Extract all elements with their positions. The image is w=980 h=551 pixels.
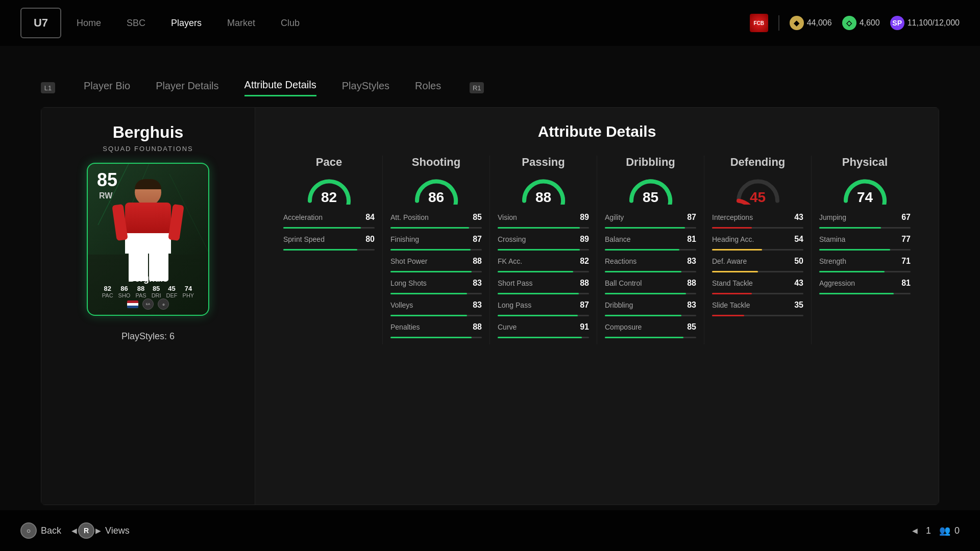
nav-link-market[interactable]: Market (227, 18, 255, 29)
gem-icon: ◇ (842, 16, 856, 30)
bottom-nav: ○ Back ◀ R ▶ Views ◀ 1 👥 0 (0, 510, 980, 551)
card-stat-phy: 74PHY (183, 285, 194, 298)
card-stat-sho: 86SHO (118, 285, 131, 298)
back-button[interactable]: ○ Back (20, 522, 61, 539)
tab-player-details[interactable]: Player Details (156, 80, 218, 96)
stat-label: Aggression (819, 279, 893, 287)
stat-label: Def. Aware (712, 257, 786, 265)
stat-bar (390, 293, 467, 294)
tab-bar: L1Player BioPlayer DetailsAttribute Deta… (41, 79, 484, 96)
stat-long-shots: Long Shots83 (390, 279, 482, 294)
tab-roles[interactable]: Roles (415, 80, 441, 96)
attr-col-passing: Passing 88Vision89Crossing89FK Acc.82Sho… (490, 156, 597, 344)
card-stat-pas: 88PAS (135, 285, 146, 298)
card-player-name: Berghuis (128, 273, 168, 284)
stat-bar (498, 271, 573, 272)
attribute-columns: Pace 82Acceleration84Sprint Speed80Shoot… (276, 156, 918, 344)
stat-shot-power: Shot Power88 (390, 257, 482, 272)
stat-value: 81 (896, 279, 911, 288)
stat-bar (390, 271, 472, 272)
stat-bar (498, 337, 582, 338)
stat-value: 87 (468, 235, 482, 244)
card-stats-row: 82PAC86SHO88PAS85DRI45DEF74PHY (102, 285, 194, 298)
gauge-wrapper-pace: 82 (304, 174, 355, 205)
tab-player-bio[interactable]: Player Bio (84, 80, 130, 96)
attr-col-defending: Defending 45Interceptions43Heading Acc.5… (704, 156, 812, 344)
stat-value: 82 (575, 257, 589, 266)
stat-bar (819, 271, 885, 272)
stat-label: Acceleration (283, 213, 357, 221)
gauge-wrapper-defending: 45 (732, 174, 783, 205)
sp-currency: SP 11,100/12,000 (890, 16, 960, 30)
stat-label: Short Pass (498, 279, 572, 287)
nav-link-players[interactable]: Players (171, 18, 202, 29)
col-header-dribbling: Dribbling (605, 156, 696, 169)
coin-icon: ◆ (790, 16, 804, 30)
right-panel: Attribute Details Pace 82Acceleration84S… (255, 107, 939, 505)
stat-bar (605, 337, 683, 338)
tab-badge-r1: R1 (470, 82, 484, 93)
club-badge: FCB (750, 14, 768, 32)
stat-value: 87 (682, 213, 696, 222)
tab-attribute-details[interactable]: Attribute Details (244, 79, 316, 96)
people-count: 👥 0 (939, 525, 960, 536)
stat-short-pass: Short Pass88 (498, 279, 589, 294)
stat-label: Jumping (819, 213, 893, 221)
stat-label: Strength (819, 257, 893, 265)
stat-label: Heading Acc. (712, 235, 786, 243)
stat-penalties: Penalties88 (390, 322, 482, 338)
col-header-pace: Pace (283, 156, 375, 169)
logo: U7 (20, 8, 61, 38)
stat-value: 83 (682, 300, 696, 310)
page-number: 1 (926, 525, 931, 536)
stat-value: 87 (575, 300, 589, 310)
views-button[interactable]: ◀ R ▶ Views (71, 522, 130, 539)
col-header-physical: Physical (819, 156, 911, 169)
stat-label: Slide Tackle (712, 301, 786, 309)
stat-value: 89 (575, 213, 589, 222)
stat-bar (283, 227, 361, 229)
stat-att-position: Att. Position85 (390, 213, 482, 229)
stat-value: 83 (468, 300, 482, 310)
card-stat-def: 45DEF (166, 285, 178, 298)
stat-bar (498, 249, 580, 251)
stat-bar (712, 227, 752, 229)
stat-label: Stamina (819, 235, 893, 243)
divider (778, 15, 779, 31)
card-stat-pac: 82PAC (102, 285, 113, 298)
stat-label: Long Pass (498, 301, 572, 309)
stat-bar (498, 227, 580, 229)
stat-value: 85 (682, 322, 696, 332)
gem-currency: ◇ 4,600 (842, 16, 880, 30)
stat-stamina: Stamina77 (819, 235, 911, 251)
stat-label: Stand Tackle (712, 279, 786, 287)
player-hair (135, 179, 161, 189)
player-subtitle: SQUAD FOUNDATIONS (103, 145, 193, 153)
stat-value: 81 (682, 235, 696, 244)
stat-heading-acc: Heading Acc.54 (712, 235, 803, 251)
gauge-value-defending: 45 (750, 190, 766, 205)
top-nav: U7 HomeSBCPlayersMarketClub FCB ◆ 44,006… (0, 0, 980, 46)
nav-link-sbc[interactable]: SBC (127, 18, 145, 29)
stat-vision: Vision89 (498, 213, 589, 229)
stat-label: Balance (605, 235, 679, 243)
player-figure (102, 179, 194, 276)
stat-bar (390, 227, 469, 229)
stat-bar (712, 249, 762, 251)
stat-label: Dribbling (605, 301, 679, 309)
gauge-defending: 45 (712, 174, 803, 205)
stat-label: Penalties (390, 323, 464, 331)
tab-playstyles[interactable]: PlayStyles (342, 80, 389, 96)
stat-value: 91 (575, 322, 589, 332)
nav-link-club[interactable]: Club (281, 18, 300, 29)
stat-def-aware: Def. Aware50 (712, 257, 803, 272)
people-icon: 👥 (939, 525, 950, 536)
nav-link-home[interactable]: Home (77, 18, 101, 29)
stat-balance: Balance81 (605, 235, 696, 251)
stat-label: Shot Power (390, 257, 464, 265)
gauge-passing: 88 (498, 174, 589, 205)
stat-stand-tackle: Stand Tackle43 (712, 279, 803, 294)
stat-bar (819, 293, 894, 294)
nav-links: HomeSBCPlayersMarketClub (77, 18, 750, 29)
stat-label: Att. Position (390, 213, 464, 221)
